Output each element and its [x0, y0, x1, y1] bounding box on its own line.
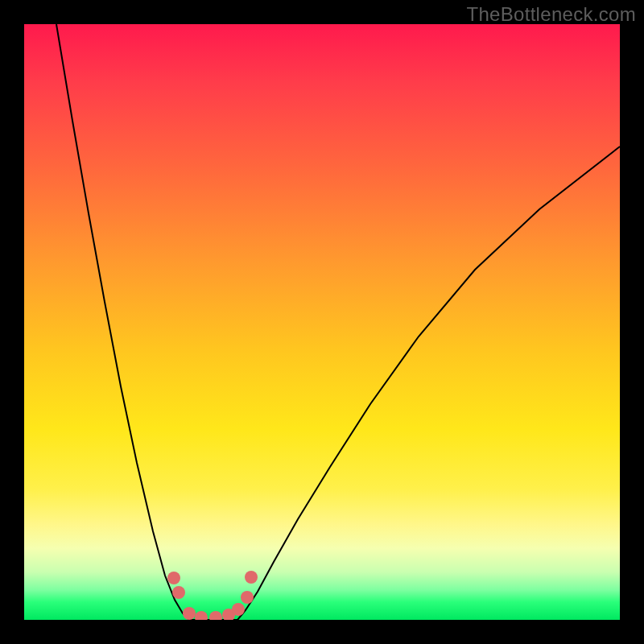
marker-dot: [241, 591, 254, 604]
marker-dot: [172, 586, 185, 599]
marker-dot: [183, 607, 196, 620]
curve-right: [237, 147, 620, 620]
marker-dot: [195, 611, 208, 620]
marker-dot: [209, 611, 222, 620]
chart-frame: TheBottleneck.com: [0, 0, 644, 644]
marker-dot: [245, 571, 258, 584]
curve-left: [56, 24, 189, 620]
marker-dot: [232, 603, 245, 616]
curve-layer: [24, 24, 620, 620]
marker-dot: [167, 572, 180, 584]
watermark-label: TheBottleneck.com: [466, 3, 636, 26]
plot-area: [24, 24, 620, 620]
